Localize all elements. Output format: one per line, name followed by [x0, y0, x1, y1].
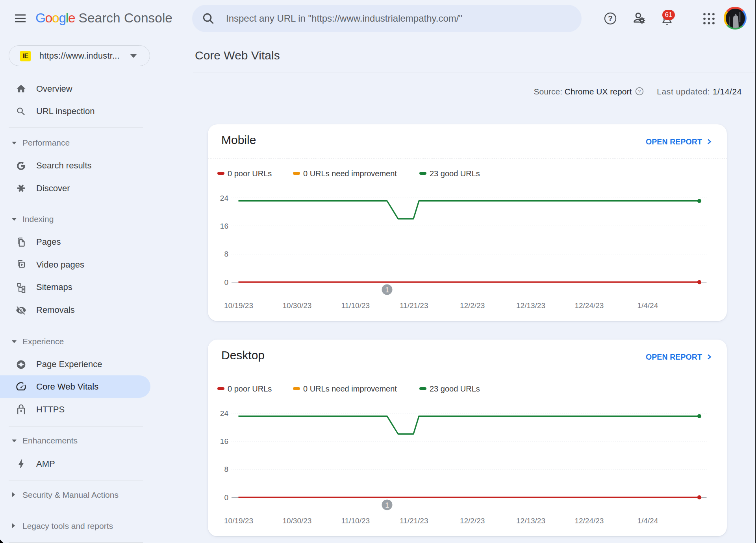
- svg-text:16: 16: [220, 222, 228, 230]
- svg-text:1: 1: [385, 501, 389, 509]
- svg-text:8: 8: [224, 250, 228, 258]
- svg-text:?: ?: [638, 89, 641, 94]
- svg-text:10/30/23: 10/30/23: [282, 301, 311, 310]
- svg-text:11/21/23: 11/21/23: [400, 517, 428, 525]
- svg-text:12/13/23: 12/13/23: [516, 301, 545, 310]
- svg-text:10/19/23: 10/19/23: [224, 301, 253, 310]
- svg-text:10/30/23: 10/30/23: [282, 517, 311, 525]
- svg-text:12/24/23: 12/24/23: [574, 301, 604, 310]
- svg-text:0: 0: [224, 278, 228, 286]
- svg-text:12/2/23: 12/2/23: [460, 301, 485, 310]
- svg-text:1: 1: [385, 286, 389, 294]
- svg-text:12/24/23: 12/24/23: [574, 517, 604, 525]
- svg-text:11/10/23: 11/10/23: [341, 301, 370, 310]
- svg-text:1/4/24: 1/4/24: [637, 301, 658, 310]
- svg-text:12/13/23: 12/13/23: [516, 517, 545, 525]
- svg-text:11/10/23: 11/10/23: [341, 517, 370, 525]
- svg-text:8: 8: [224, 465, 228, 473]
- svg-text:24: 24: [220, 194, 229, 202]
- svg-text:0: 0: [224, 493, 228, 502]
- svg-text:16: 16: [220, 437, 228, 445]
- svg-text:12/2/23: 12/2/23: [460, 517, 485, 525]
- svg-text:1/4/24: 1/4/24: [637, 517, 658, 525]
- svg-text:?: ?: [608, 14, 613, 23]
- svg-text:10/19/23: 10/19/23: [224, 517, 253, 525]
- svg-text:24: 24: [220, 409, 229, 417]
- svg-text:11/21/23: 11/21/23: [400, 301, 428, 310]
